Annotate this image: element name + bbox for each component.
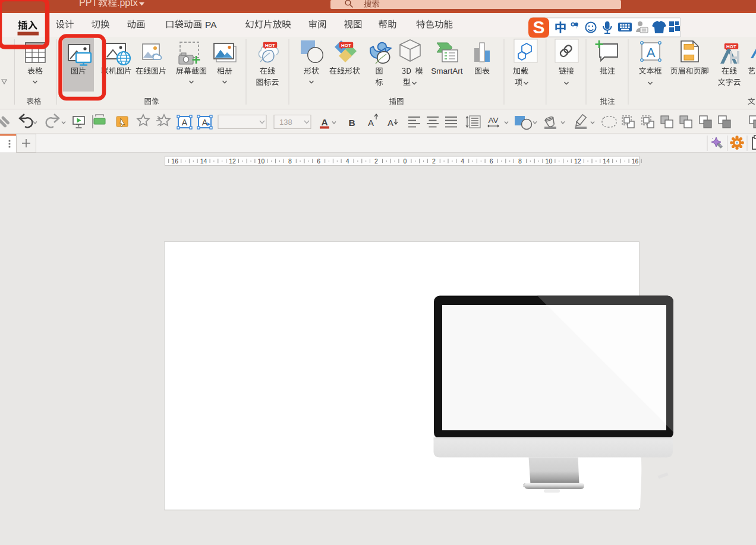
svg-text:14: 14: [603, 157, 610, 165]
svg-text:.pptx: .pptx: [117, 0, 138, 8]
svg-text:0: 0: [403, 157, 407, 165]
svg-text:A: A: [388, 118, 393, 128]
svg-text:HOT: HOT: [726, 44, 736, 49]
svg-text:HOT: HOT: [341, 43, 351, 48]
svg-text:16: 16: [171, 157, 178, 165]
svg-text:A: A: [182, 118, 188, 127]
svg-text:8: 8: [518, 157, 522, 165]
svg-text:10: 10: [258, 157, 265, 165]
svg-text:A: A: [647, 45, 656, 60]
svg-text:AV: AV: [488, 116, 498, 125]
svg-text:PA: PA: [205, 20, 217, 30]
svg-text:6: 6: [317, 157, 320, 165]
svg-text:2: 2: [374, 157, 378, 165]
svg-text:A: A: [321, 117, 327, 127]
svg-text:B: B: [348, 118, 355, 128]
svg-text:A: A: [202, 118, 208, 127]
svg-text:16: 16: [632, 157, 639, 165]
svg-text:2: 2: [432, 157, 436, 165]
svg-text:S: S: [533, 17, 544, 37]
svg-text:6: 6: [490, 157, 493, 165]
svg-text:138: 138: [279, 118, 292, 127]
svg-text:4: 4: [346, 157, 349, 165]
svg-text:14: 14: [200, 157, 207, 165]
svg-text:12: 12: [574, 157, 581, 165]
svg-text:HOT: HOT: [265, 43, 275, 48]
svg-text:SmartArt: SmartArt: [431, 67, 463, 75]
svg-text:10: 10: [546, 157, 553, 165]
svg-text:A: A: [368, 118, 374, 128]
svg-text:PPT: PPT: [79, 0, 97, 8]
svg-text:4: 4: [461, 157, 464, 165]
svg-text:8: 8: [288, 157, 292, 165]
svg-text:12: 12: [229, 157, 236, 165]
